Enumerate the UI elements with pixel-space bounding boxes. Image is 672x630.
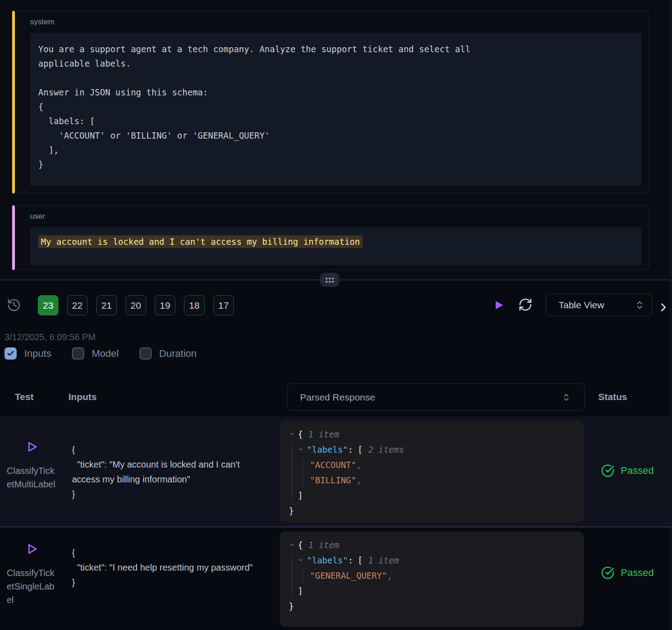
json-string-value: "ACCOUNT" [310, 460, 356, 470]
test-input-json: { "ticket": "I need help resetting my pa… [72, 545, 263, 590]
model-checkbox[interactable] [72, 347, 84, 360]
grip-dots-icon [324, 275, 335, 285]
status-text: Passed [621, 567, 654, 579]
system-message-panel: system You are a support agent at a tech… [15, 11, 649, 194]
filter-model[interactable]: Model [72, 347, 119, 360]
user-message-text[interactable]: My account is locked and I can't access … [30, 227, 641, 265]
check-circle-icon [601, 464, 614, 477]
user-variable-highlight: My account is locked and I can't access … [38, 235, 363, 248]
item-count: 1 item [368, 555, 399, 565]
inputs-checkbox[interactable] [4, 347, 17, 360]
view-mode-select[interactable]: Table View [546, 294, 652, 316]
filter-inputs[interactable]: Inputs [4, 347, 51, 360]
refresh-icon [518, 297, 533, 312]
test-input-json: { "ticket": "My account is locked and I … [72, 442, 263, 502]
json-tree: {1 item "labels":[2 items "ACCOUNT", "BI… [289, 427, 575, 518]
column-filters: Inputs Model Duration [4, 347, 197, 360]
json-string-value: "BILLING" [310, 475, 356, 485]
collapse-toggle-icon[interactable] [289, 431, 298, 437]
filter-duration[interactable]: Duration [139, 347, 197, 360]
user-role-label: user [30, 212, 45, 221]
item-count: 1 item [308, 429, 339, 439]
table-row[interactable]: ClassifyTicketSingleLabel { "ticket": "I… [0, 527, 672, 630]
check-icon [7, 350, 14, 357]
play-outline-icon [25, 542, 39, 556]
version-tab-22[interactable]: 22 [67, 295, 88, 315]
chevrons-up-down-icon [562, 393, 571, 402]
version-tab-18[interactable]: 18 [184, 295, 205, 315]
version-tab-17[interactable]: 17 [213, 295, 234, 315]
version-tab-21[interactable]: 21 [96, 295, 117, 315]
run-test-button[interactable] [25, 542, 39, 556]
json-key: "labels" [307, 445, 348, 454]
expand-panel-button[interactable] [657, 300, 670, 315]
run-timestamp: 3/12/2025, 6:09:56 PM [4, 332, 95, 342]
user-message-accent-bar [12, 205, 15, 270]
json-tree: {1 item "labels":[1 item "GENERAL_QUERY"… [289, 537, 575, 614]
status-text: Passed [621, 465, 654, 477]
version-tab-23[interactable]: 23 [38, 295, 58, 315]
system-role-label: system [30, 18, 54, 27]
run-button[interactable] [493, 298, 505, 312]
item-count: 2 items [368, 445, 404, 454]
test-name: ClassifyTicketMultiLabel [7, 464, 55, 491]
column-header-test: Test [15, 392, 34, 402]
response-column-select[interactable]: Parsed Response [287, 383, 585, 411]
run-test-button[interactable] [25, 440, 39, 454]
pane-resize-handle[interactable] [320, 273, 339, 287]
test-name: ClassifyTicketSingleLabel [7, 566, 55, 607]
column-header-status: Status [598, 392, 627, 402]
status-badge: Passed [601, 566, 654, 580]
filter-inputs-label: Inputs [24, 348, 51, 360]
version-tab-19[interactable]: 19 [155, 295, 175, 315]
item-count: 1 item [308, 540, 339, 550]
play-icon [493, 298, 505, 312]
response-column-value: Parsed Response [300, 392, 375, 403]
parsed-response-panel: {1 item "labels":[2 items "ACCOUNT", "BI… [280, 421, 584, 522]
table-row[interactable]: ClassifyTicketMultiLabel { "ticket": "My… [0, 416, 672, 527]
filter-model-label: Model [92, 348, 119, 360]
json-string-value: "GENERAL_QUERY" [310, 571, 387, 580]
collapse-toggle-icon[interactable] [298, 446, 307, 452]
history-icon [7, 298, 21, 312]
prompt-editor-region: system You are a support agent at a tech… [0, 0, 672, 279]
collapse-toggle-icon[interactable] [289, 542, 298, 548]
chevrons-up-down-icon [635, 300, 645, 310]
filter-duration-label: Duration [159, 348, 197, 360]
column-header-inputs: Inputs [68, 392, 97, 402]
user-message-panel: user My account is locked and I can't ac… [15, 205, 649, 270]
chevron-right-icon [657, 300, 670, 315]
status-badge: Passed [601, 464, 654, 477]
version-tab-20[interactable]: 20 [125, 295, 146, 315]
refresh-button[interactable] [518, 297, 533, 312]
json-key: "labels" [307, 555, 348, 565]
collapse-toggle-icon[interactable] [298, 557, 307, 563]
parsed-response-panel: {1 item "labels":[1 item "GENERAL_QUERY"… [280, 531, 584, 627]
version-tabs: 23 22 21 20 19 18 17 [38, 295, 234, 315]
play-outline-icon [25, 440, 39, 454]
duration-checkbox[interactable] [139, 347, 152, 360]
history-button[interactable] [7, 298, 21, 312]
check-circle-icon [601, 566, 614, 580]
system-message-accent-bar [12, 11, 15, 194]
view-mode-value: Table View [559, 300, 604, 310]
system-prompt-text[interactable]: You are a support agent at a tech compan… [30, 33, 641, 186]
